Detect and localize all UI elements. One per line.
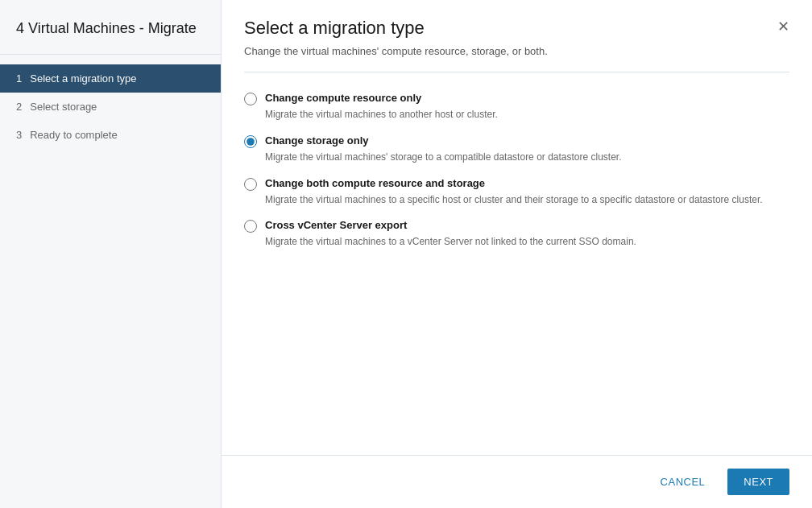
- option-item-2: Change both compute resource and storage…: [244, 177, 789, 207]
- dialog-footer: CANCEL NEXT: [222, 455, 812, 508]
- close-button[interactable]: ✕: [771, 16, 796, 37]
- option-row-1: Change storage only: [244, 134, 789, 148]
- step-number: 1: [16, 72, 22, 85]
- cancel-button[interactable]: CANCEL: [648, 469, 719, 494]
- step-label: Ready to complete: [30, 129, 117, 141]
- step-number: 3: [16, 129, 22, 141]
- option-description-0: Migrate the virtual machines to another …: [265, 108, 789, 122]
- option-label-2[interactable]: Change both compute resource and storage: [265, 177, 485, 189]
- sidebar-step-1[interactable]: 1 Select a migration type: [0, 64, 221, 93]
- page-subtitle: Change the virtual machines' compute res…: [244, 45, 789, 57]
- option-label-1[interactable]: Change storage only: [265, 134, 369, 147]
- sidebar: 4 Virtual Machines - Migrate 1 Select a …: [0, 0, 222, 508]
- radio-opt-vcenter[interactable]: [244, 220, 257, 233]
- option-item-0: Change compute resource onlyMigrate the …: [244, 92, 789, 122]
- option-label-0[interactable]: Change compute resource only: [265, 92, 421, 104]
- option-item-1: Change storage onlyMigrate the virtual m…: [244, 134, 789, 164]
- main-content: Select a migration type Change the virtu…: [222, 0, 812, 508]
- option-row-0: Change compute resource only: [244, 92, 789, 105]
- radio-opt-both[interactable]: [244, 178, 257, 191]
- option-item-3: Cross vCenter Server exportMigrate the v…: [244, 219, 789, 249]
- next-button[interactable]: NEXT: [727, 469, 789, 495]
- sidebar-step-3[interactable]: 3 Ready to complete: [0, 121, 221, 149]
- step-label: Select storage: [30, 101, 97, 113]
- content-body: Change compute resource onlyMigrate the …: [222, 85, 812, 455]
- step-number: 2: [16, 101, 22, 113]
- divider: [244, 72, 789, 72]
- option-row-3: Cross vCenter Server export: [244, 219, 789, 233]
- page-title: Select a migration type: [244, 18, 789, 39]
- sidebar-step-2[interactable]: 2 Select storage: [0, 93, 221, 121]
- step-label: Select a migration type: [30, 72, 136, 85]
- radio-opt-storage[interactable]: [244, 135, 257, 148]
- dialog-title: 4 Virtual Machines - Migrate: [16, 19, 205, 38]
- sidebar-steps: 1 Select a migration type 2 Select stora…: [0, 55, 221, 159]
- migrate-dialog: 4 Virtual Machines - Migrate 1 Select a …: [0, 0, 812, 508]
- option-description-2: Migrate the virtual machines to a specif…: [265, 193, 789, 207]
- option-description-1: Migrate the virtual machines' storage to…: [265, 151, 789, 164]
- migration-options: Change compute resource onlyMigrate the …: [244, 92, 789, 249]
- sidebar-title-area: 4 Virtual Machines - Migrate: [0, 0, 221, 55]
- content-header: Select a migration type Change the virtu…: [222, 0, 812, 72]
- option-label-3[interactable]: Cross vCenter Server export: [265, 219, 407, 231]
- option-description-3: Migrate the virtual machines to a vCente…: [265, 235, 789, 249]
- radio-opt-compute[interactable]: [244, 93, 257, 105]
- option-row-2: Change both compute resource and storage: [244, 177, 789, 191]
